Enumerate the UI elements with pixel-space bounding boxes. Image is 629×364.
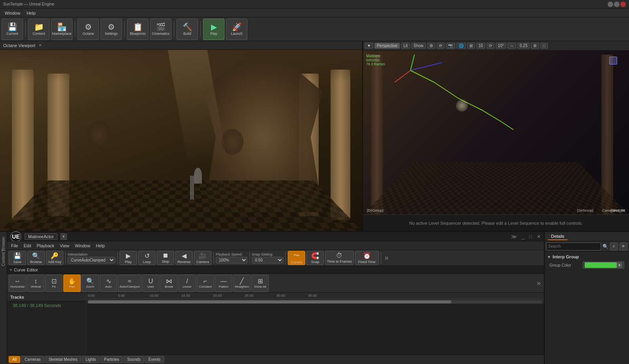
matinee-timetoframes-btn[interactable]: ⏱ Time to Frames	[325, 251, 354, 265]
filter-tab-particles[interactable]: Particles	[101, 356, 123, 363]
vp-maximize-btn[interactable]: □	[540, 43, 547, 49]
toolbar-content[interactable]: 📁 Content	[28, 19, 49, 40]
matinee-camera-btn[interactable]: 🎥 Camera	[194, 251, 211, 265]
playback-speed-select[interactable]: 100% 50% 25%	[216, 257, 247, 264]
curve-tool-linear[interactable]: / Linear	[179, 275, 196, 292]
snap-setting-select[interactable]: 0.50 0.25 1.00	[252, 257, 283, 264]
details-tab[interactable]: Details	[548, 233, 568, 240]
curve-tool-zoom[interactable]: 🔍 Zoom	[82, 275, 99, 292]
curve-tool-vertical[interactable]: ↕ Vertical	[27, 275, 44, 292]
curve-tool-break[interactable]: ⋈ Break	[160, 275, 178, 292]
details-eye-btn[interactable]: 👁	[619, 243, 627, 250]
toolbar-play[interactable]: ▶ Play	[203, 19, 224, 40]
filter-tab-events[interactable]: Events	[145, 356, 164, 363]
octane-tab-close[interactable]: ✕	[38, 43, 42, 48]
vp-view-options[interactable]: ⚙	[427, 43, 435, 49]
filter-tab-skeletal[interactable]: Skeletal Meshes	[45, 356, 81, 363]
close-btn[interactable]	[620, 2, 626, 7]
curve-tool-showall[interactable]: ⊞ Show All	[251, 275, 269, 292]
curve-tool-horizontal[interactable]: ↔ Horizontal	[9, 275, 26, 292]
matinee-play-btn[interactable]: ▶ Play	[120, 251, 137, 265]
vp-scale-btn[interactable]: ↔	[507, 43, 516, 49]
matinee-menu-playback[interactable]: Playback	[34, 243, 57, 249]
details-search-input[interactable]	[546, 243, 601, 250]
maximize-btn[interactable]	[614, 2, 619, 7]
interp-group-section[interactable]: ▼ Interp Group	[546, 253, 627, 260]
vp-grid-btn[interactable]: ⊞	[467, 43, 475, 49]
menu-window[interactable]: Window	[2, 10, 23, 16]
vp-perspective-btn[interactable]: Perspective	[374, 43, 400, 49]
matinee-snap-btn[interactable]: 🧲 Snap	[306, 251, 324, 265]
matinee-close-btn[interactable]: ✕	[537, 234, 541, 239]
filter-tab-sounds[interactable]: Sounds	[124, 356, 144, 363]
timeline-scrollbar-thumb[interactable]	[88, 300, 451, 303]
vp-show-btn[interactable]: Show	[411, 43, 426, 49]
curve-tool-autoclamped[interactable]: ≈ Auto/Clamped	[118, 275, 141, 292]
vp-lit-btn[interactable]: Lit	[401, 43, 410, 49]
matinee-dropdown[interactable]: ▼	[61, 233, 67, 240]
toolbar-marketplace[interactable]: 🏪 Marketplace	[51, 19, 72, 40]
vp-screenshot-btn[interactable]: 📷	[446, 43, 455, 49]
vp-world-icon[interactable]: 🌐	[456, 43, 466, 49]
menu-help[interactable]: Help	[23, 10, 39, 16]
matinee-expand-btn[interactable]: ≫	[511, 233, 517, 240]
curve-tool-fit[interactable]: ⊡ Fit	[45, 275, 63, 292]
curve-tools-expand[interactable]: »	[535, 279, 542, 287]
matinee-browse-btn[interactable]: 🔍 Browse	[27, 251, 45, 265]
group-color-value[interactable]: ▼	[583, 262, 624, 269]
timeline-scrollbar[interactable]	[88, 300, 542, 303]
matinee-reverse-btn[interactable]: ◀ Reverse	[175, 251, 193, 265]
content-browser-tab[interactable]: Content Browser	[0, 233, 6, 269]
vp-grid-size[interactable]: 10	[476, 43, 485, 49]
color-preview[interactable]	[585, 262, 617, 268]
octane-viewport-tab[interactable]: Octane Viewport ✕	[0, 41, 362, 50]
vp-scale-val[interactable]: 0.25	[517, 43, 530, 49]
vp-rotation-snap[interactable]: ⟳	[486, 43, 494, 49]
perspective-viewport[interactable]: ▼ Perspective Lit Show ⚙ ⟳ 📷 🌐 ⊞ 10 ⟳ 10…	[363, 41, 629, 231]
minimize-btn[interactable]	[608, 2, 613, 7]
matinee-save-btn[interactable]: 💾 Save	[9, 251, 26, 265]
details-list-btn[interactable]: ≡	[610, 243, 618, 250]
matinee-menu-file[interactable]: File	[9, 243, 21, 249]
color-expand-btn[interactable]: ▼	[617, 262, 622, 268]
matinee-loop-btn[interactable]: ↺ Loop	[138, 251, 156, 265]
interpolation-select[interactable]: CurveAutoClamped CurveAuto Linear Consta…	[68, 257, 115, 264]
matinee-curves-btn[interactable]: 〜 Curves	[288, 251, 305, 265]
octane-viewport[interactable]: Octane Viewport ✕	[0, 41, 363, 231]
matinee-menu-edit[interactable]: Edit	[21, 243, 34, 249]
octane-viewport-content[interactable]	[0, 50, 362, 231]
matinee-menu-window[interactable]: Window	[72, 243, 93, 249]
matinee-menu-help[interactable]: Help	[93, 243, 107, 249]
matinee-maximize-btn[interactable]: □	[529, 234, 532, 239]
toolbar-cinematics[interactable]: 🎬 Cinematics	[150, 19, 171, 40]
toolbar-build[interactable]: 🔨 Build	[177, 19, 198, 40]
vp-dropdown-btn[interactable]: ▼	[365, 43, 373, 49]
matinee-actor-name[interactable]: MatineeActor	[25, 233, 57, 240]
matinee-minimize-btn[interactable]: _	[522, 234, 524, 239]
vp-viewport-options[interactable]: ⚙	[531, 43, 539, 49]
curve-tool-user[interactable]: U User	[142, 275, 160, 292]
matinee-fixedtime-btn[interactable]: ⏰ Fixed Time	[355, 251, 379, 265]
curve-tool-pan[interactable]: ✋ Pan	[63, 275, 81, 292]
curve-tool-flatten[interactable]: — Flatten	[215, 275, 232, 292]
matinee-menu-view[interactable]: View	[57, 243, 72, 249]
toolbar-blueprints[interactable]: 📋 Blueprints	[127, 19, 148, 40]
timeline-scrollbar-area[interactable]	[86, 299, 544, 304]
toolbar-save[interactable]: 💾 Current	[2, 19, 23, 40]
curve-tool-auto[interactable]: ∿ Auto	[100, 275, 117, 292]
vp-rotation-val[interactable]: 10°	[496, 43, 506, 49]
filter-tab-lights[interactable]: Lights	[82, 356, 100, 363]
toolbar-octane[interactable]: ⚙ Octane	[78, 19, 99, 40]
filter-tab-all[interactable]: All	[9, 356, 20, 363]
perspective-viewport-content[interactable]: Matinee 695x391 76.3 frames CameraActor6…	[363, 51, 629, 214]
toolbar-launch[interactable]: 🚀 Launch	[226, 19, 247, 40]
curve-tool-constant[interactable]: ⌐ Constant	[197, 275, 214, 292]
matinee-stop-btn[interactable]: ⏹ Stop	[157, 251, 174, 265]
filter-tab-cameras[interactable]: Cameras	[21, 356, 44, 363]
matinee-addkey-btn[interactable]: 🔑 Add Key	[46, 251, 63, 265]
vp-realtime-btn[interactable]: ⟳	[437, 43, 445, 49]
tracks-timeline[interactable]: 0.00 5.00 10.00 15.00 20.00 25.00 30.00 …	[86, 293, 544, 355]
matinee-toolbar-expand[interactable]: »	[383, 254, 390, 262]
toolbar-settings[interactable]: ⚙ Settings	[101, 19, 122, 40]
curve-tool-straighten[interactable]: ╱ Straighten	[233, 275, 251, 292]
